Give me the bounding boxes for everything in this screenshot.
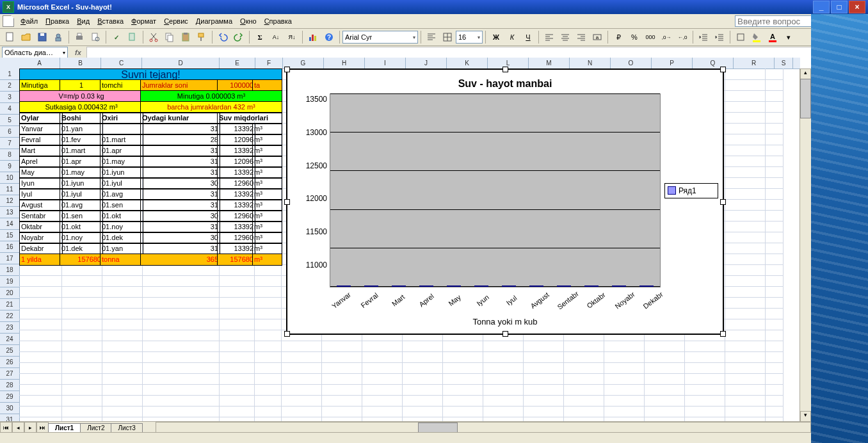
font-name-combo[interactable]: Arial Cyr▾ [342, 31, 418, 44]
tab-next-icon[interactable]: ▸ [24, 422, 36, 433]
col-header-A[interactable]: A [19, 58, 60, 68]
col-header-C[interactable]: C [101, 58, 142, 68]
row-header-23[interactable]: 23 [0, 322, 19, 334]
col-header-H[interactable]: H [324, 58, 365, 68]
align-left-icon[interactable] [424, 29, 439, 45]
currency-icon[interactable]: ₽ [611, 29, 626, 45]
chart-title[interactable]: Suv - hayot manbai [292, 78, 718, 90]
row-header-19[interactable]: 19 [0, 276, 19, 287]
chart-bar[interactable] [364, 286, 378, 287]
redo-icon[interactable] [231, 29, 246, 45]
chart-bar[interactable] [502, 286, 516, 287]
align-center-text-icon[interactable] [558, 29, 573, 45]
print-icon[interactable] [72, 29, 87, 45]
col-header-S[interactable]: S [775, 58, 793, 68]
col-header-Q[interactable]: Q [693, 58, 734, 68]
row-header-18[interactable]: 18 [0, 264, 19, 276]
borders-icon[interactable] [733, 29, 748, 45]
chart-bar[interactable] [419, 286, 433, 287]
chart-object[interactable]: Suv - hayot manbai 135001300012500120001… [286, 68, 724, 335]
minimize-button[interactable]: _ [813, 1, 830, 13]
row-header-11[interactable]: 11 [0, 184, 19, 195]
paste-icon[interactable] [178, 29, 193, 45]
underline-icon[interactable]: Ч [520, 29, 536, 45]
open-icon[interactable] [19, 29, 34, 45]
row-header-13[interactable]: 13 [0, 207, 19, 218]
chart-bar[interactable] [584, 286, 599, 287]
row-header-4[interactable]: 4 [0, 103, 19, 115]
row-header-20[interactable]: 20 [0, 287, 19, 299]
row-header-22[interactable]: 22 [0, 310, 19, 322]
chart-wizard-icon[interactable] [305, 29, 321, 45]
close-button[interactable]: × [849, 1, 865, 13]
row-header-7[interactable]: 7 [0, 138, 19, 149]
increase-decimal-icon[interactable]: ,0→ [659, 29, 674, 45]
row-header-15[interactable]: 15 [0, 230, 19, 241]
row-header-12[interactable]: 12 [0, 195, 19, 207]
sort-desc-icon[interactable]: Я↓ [284, 29, 300, 45]
col-header-J[interactable]: J [406, 58, 447, 68]
print-preview-icon[interactable] [88, 29, 103, 45]
row-header-21[interactable]: 21 [0, 299, 19, 310]
comma-icon[interactable]: 000 [643, 29, 658, 45]
sheet-tab-Лист1[interactable]: Лист1 [48, 423, 81, 432]
horizontal-scrollbar[interactable] [156, 422, 811, 433]
col-header-K[interactable]: K [447, 58, 488, 68]
percent-icon[interactable]: % [627, 29, 642, 45]
restore-button[interactable]: □ [831, 1, 848, 13]
select-all-corner[interactable] [0, 58, 20, 69]
col-header-E[interactable]: E [220, 58, 255, 68]
row-header-27[interactable]: 27 [0, 368, 19, 380]
col-header-F[interactable]: F [255, 58, 283, 68]
copy-icon[interactable] [162, 29, 177, 45]
menu-правка[interactable]: Правка [42, 16, 73, 26]
scroll-up-icon[interactable]: ▴ [800, 68, 811, 79]
spelling-icon[interactable]: ✓ [109, 29, 124, 45]
undo-icon[interactable] [215, 29, 230, 45]
toolbar-options-icon[interactable]: ▾ [781, 29, 796, 45]
col-header-M[interactable]: M [529, 58, 570, 68]
chart-bar[interactable] [612, 286, 626, 287]
cell[interactable]: 1 yilda [19, 254, 63, 266]
save-icon[interactable] [35, 29, 50, 45]
fx-icon[interactable]: fx [75, 49, 81, 56]
row-header-26[interactable]: 26 [0, 357, 19, 368]
new-doc-icon[interactable] [3, 29, 18, 45]
row-header-16[interactable]: 16 [0, 241, 19, 253]
row-header-5[interactable]: 5 [0, 115, 19, 126]
ask-question-input[interactable] [735, 15, 817, 27]
col-header-P[interactable]: P [652, 58, 693, 68]
row-header-30[interactable]: 30 [0, 403, 19, 414]
formula-input[interactable] [86, 47, 866, 59]
autosum-icon[interactable]: Σ [252, 29, 268, 45]
menu-файл[interactable]: Файл [17, 16, 42, 26]
vertical-scrollbar[interactable]: ▴ ▾ [800, 68, 811, 422]
menu-формат[interactable]: Формат [127, 16, 160, 26]
menu-сервис[interactable]: Сервис [160, 16, 192, 26]
tab-last-icon[interactable]: ⏭ [36, 422, 49, 433]
row-header-25[interactable]: 25 [0, 345, 19, 357]
tab-prev-icon[interactable]: ◂ [12, 422, 24, 433]
row-header-2[interactable]: 2 [0, 80, 19, 92]
row-header-3[interactable]: 3 [0, 92, 19, 103]
font-color-icon[interactable]: A [765, 29, 780, 45]
row-headers[interactable]: 1234567891011121314151617181920212223242… [0, 68, 20, 422]
menu-справка[interactable]: Справка [261, 16, 296, 26]
row-header-9[interactable]: 9 [0, 161, 19, 172]
format-painter-icon[interactable] [194, 29, 209, 45]
chart-bar[interactable] [337, 286, 351, 287]
chart-bar[interactable] [557, 286, 571, 287]
row-header-28[interactable]: 28 [0, 380, 19, 391]
tab-first-icon[interactable]: ⏮ [0, 422, 12, 433]
chart-x-title[interactable]: Tonna yoki m kub [292, 317, 718, 326]
chart-legend[interactable]: Ряд1 [664, 183, 718, 198]
chart-plot-area[interactable] [330, 93, 661, 287]
row-header-1[interactable]: 1 [0, 68, 19, 80]
cell[interactable]: tonna [100, 254, 143, 266]
chart-bar[interactable] [529, 286, 543, 287]
col-header-D[interactable]: D [142, 58, 220, 68]
chart-bar[interactable] [639, 286, 654, 287]
row-header-10[interactable]: 10 [0, 172, 19, 184]
cut-icon[interactable] [146, 29, 161, 45]
row-header-29[interactable]: 29 [0, 391, 19, 403]
